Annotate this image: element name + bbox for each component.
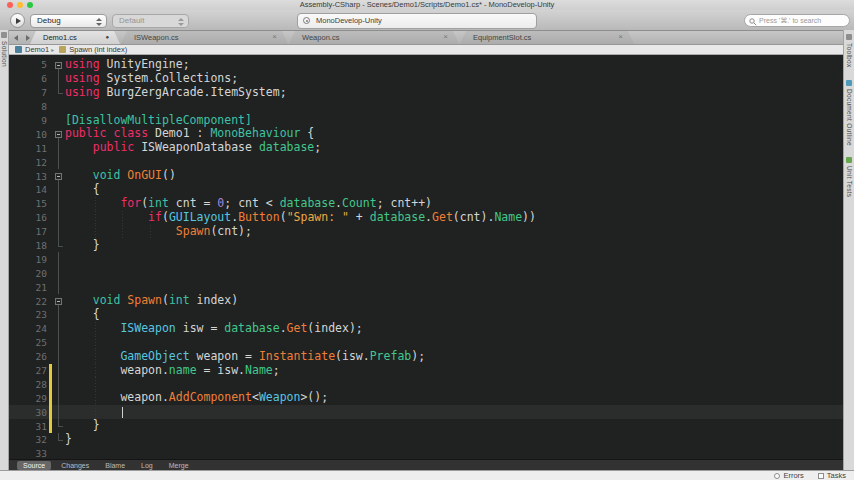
code-line[interactable]: 28 xyxy=(9,377,843,391)
fold-margin[interactable] xyxy=(52,294,65,308)
code-line[interactable]: 6using System.Collections; xyxy=(9,72,843,86)
code-line[interactable]: 9[DisallowMultipleComponent] xyxy=(9,114,843,128)
vcs-tab-log[interactable]: Log xyxy=(135,461,159,470)
solution-pad-icon xyxy=(1,32,7,38)
tasks-icon xyxy=(818,473,824,479)
monodevelop-window: Assembly-CSharp - Scenes/Demo1/Scripts/D… xyxy=(0,0,854,480)
code-line[interactable]: 29 weapon.AddComponent<Weapon>(); xyxy=(9,391,843,405)
fold-margin[interactable] xyxy=(52,169,65,183)
vcs-tab-source[interactable]: Source xyxy=(17,461,51,470)
dock-tab-solution[interactable]: Solution xyxy=(0,32,8,67)
vcs-tab-merge[interactable]: Merge xyxy=(163,461,195,470)
fold-margin xyxy=(52,100,65,114)
code-line[interactable]: 18 } xyxy=(9,239,843,253)
fold-margin[interactable] xyxy=(52,58,65,72)
dock-tab-toolbox[interactable]: Toolbox xyxy=(844,34,854,68)
code-line[interactable]: 11 public ISWeaponDatabase database; xyxy=(9,141,843,155)
dock-label: Toolbox xyxy=(846,43,853,68)
code-line[interactable]: 22 void Spawn(int index) xyxy=(9,294,843,308)
code-line[interactable]: 7using BurgZergArcade.ItemSystem; xyxy=(9,86,843,100)
tab-scroll-buttons[interactable] xyxy=(14,35,30,41)
code-line[interactable]: 12 xyxy=(9,155,843,169)
tab-close-icon[interactable]: × xyxy=(443,31,448,43)
vcs-tab-blame[interactable]: Blame xyxy=(99,461,131,470)
code-line[interactable]: 15 for(int cnt = 0; cnt < database.Count… xyxy=(9,197,843,211)
fold-margin xyxy=(52,308,65,322)
code-line[interactable]: 30 xyxy=(9,405,843,419)
tab-scroll-left-icon[interactable] xyxy=(14,35,18,41)
code-text: Spawn(cnt); xyxy=(65,225,252,239)
status-pill[interactable]: MonoDevelop-Unity xyxy=(297,13,537,29)
line-number: 17 xyxy=(9,226,47,237)
fold-margin xyxy=(52,266,65,280)
fold-collapse-icon[interactable] xyxy=(55,298,62,305)
code-line[interactable]: 5using UnityEngine; xyxy=(9,58,843,72)
tab-modified-dot[interactable]: ● xyxy=(105,31,109,44)
code-text: if(GUILayout.Button("Spawn: " + database… xyxy=(65,211,536,225)
method-icon xyxy=(59,46,66,53)
line-number: 9 xyxy=(9,115,47,126)
code-line[interactable]: 13 void OnGUI() xyxy=(9,169,843,183)
run-button[interactable] xyxy=(10,13,25,28)
tab-close-icon[interactable]: × xyxy=(618,31,623,43)
code-line[interactable]: 8 xyxy=(9,100,843,114)
fold-margin xyxy=(52,280,65,294)
breadcrumb-class[interactable]: Demo1 xyxy=(25,45,49,54)
code-line[interactable]: 17 Spawn(cnt); xyxy=(9,225,843,239)
code-line[interactable]: 23 { xyxy=(9,308,843,322)
errors-button[interactable]: Errors xyxy=(774,471,803,480)
errors-icon xyxy=(774,473,780,479)
configuration-dropdown[interactable]: Debug xyxy=(30,14,107,28)
tab-label: Demo1.cs xyxy=(43,33,77,42)
tab-demo1-cs[interactable]: Demo1.cs● xyxy=(30,31,120,44)
fold-collapse-icon[interactable] xyxy=(55,131,62,138)
indent-guide xyxy=(95,197,96,211)
code-text: void Spawn(int index) xyxy=(65,294,238,308)
code-line[interactable]: 10public class Demo1 : MonoBehaviour { xyxy=(9,127,843,141)
breadcrumb-method[interactable]: Spawn (int index) xyxy=(69,45,127,54)
code-text: using UnityEngine; xyxy=(65,58,190,72)
code-line[interactable]: 25 xyxy=(9,336,843,350)
code-line[interactable]: 24 ISWeapon isw = database.Get(index); xyxy=(9,322,843,336)
tab-weapon-cs[interactable]: Weapon.cs× xyxy=(289,31,459,44)
code-line[interactable]: 20 xyxy=(9,266,843,280)
line-number: 24 xyxy=(9,323,47,334)
code-line[interactable]: 16 if(GUILayout.Button("Spawn: " + datab… xyxy=(9,211,843,225)
fold-margin xyxy=(52,447,65,459)
code-text: using BurgZergArcade.ItemSystem; xyxy=(65,86,287,100)
fold-margin[interactable] xyxy=(52,127,65,141)
play-icon xyxy=(16,18,21,24)
code-line[interactable]: 32} xyxy=(9,433,843,447)
code-editor[interactable]: 5using UnityEngine;6using System.Collect… xyxy=(9,55,843,459)
code-line[interactable]: 31 } xyxy=(9,419,843,433)
code-line[interactable]: 14 { xyxy=(9,183,843,197)
fold-margin xyxy=(52,322,65,336)
dock-tab-document-outline[interactable]: Document Outline xyxy=(844,80,854,146)
fold-margin xyxy=(52,211,65,225)
fold-collapse-icon[interactable] xyxy=(55,62,62,69)
line-number: 7 xyxy=(9,87,47,98)
line-number: 30 xyxy=(9,407,47,418)
line-number: 20 xyxy=(9,268,47,279)
vcs-tab-bar: SourceChangesBlameLogMerge xyxy=(9,459,843,470)
vcs-tab-changes[interactable]: Changes xyxy=(55,461,95,470)
search-input[interactable]: Press '⌘.' to search xyxy=(744,14,850,27)
code-line[interactable]: 21 xyxy=(9,280,843,294)
indent-guide xyxy=(150,225,151,239)
code-line[interactable]: 33 xyxy=(9,447,843,459)
fold-collapse-icon[interactable] xyxy=(55,173,62,180)
dock-tab-unit-tests[interactable]: Unit Tests xyxy=(844,157,854,197)
code-line[interactable]: 26 GameObject weapon = Instantiate(isw.P… xyxy=(9,350,843,364)
code-line[interactable]: 27 weapon.name = isw.Name; xyxy=(9,364,843,378)
code-line[interactable]: 19 xyxy=(9,252,843,266)
tasks-button[interactable]: Tasks xyxy=(818,471,846,480)
line-number: 13 xyxy=(9,171,47,182)
fold-margin xyxy=(52,419,65,433)
fold-margin xyxy=(52,336,65,350)
code-text: } xyxy=(65,433,72,447)
line-number: 11 xyxy=(9,143,47,154)
indent-guide xyxy=(122,225,123,239)
tab-isweapon-cs[interactable]: ISWeapon.cs× xyxy=(121,31,288,44)
tab-close-icon[interactable]: × xyxy=(272,31,277,43)
tab-equipmentslot-cs[interactable]: EquipmentSlot.cs× xyxy=(460,31,634,44)
